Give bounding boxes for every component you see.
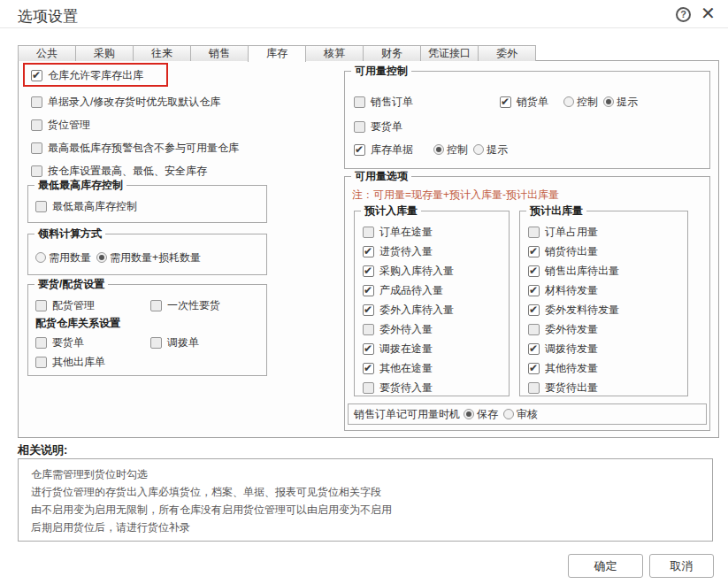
option-row[interactable]: 委外入库待入量 [363,300,509,319]
option-row[interactable]: 订单在途量 [363,222,509,242]
radio-control[interactable] [563,96,574,107]
checkbox[interactable] [35,201,47,212]
option-minmax-control[interactable]: 最低最高库存控制 [35,198,137,214]
group-delivery-settings: 要货/配货设置 配货管理 一次性要货 配货仓库关系设置 要货单 调拨单 [27,284,267,376]
tab-current[interactable]: 往来 [133,45,191,61]
option-sales-invoice[interactable]: 销货单 [500,94,548,110]
option-onetime-demand[interactable]: 一次性要货 [150,297,220,313]
option-default-warehouse[interactable]: 单据录入/修改存货时优先取默认仓库 [31,94,220,110]
tab-finance[interactable]: 财务 [363,45,421,61]
checkbox[interactable] [528,246,540,257]
checkbox[interactable] [528,285,540,296]
radio-prompt[interactable] [603,96,614,107]
option-per-warehouse-levels[interactable]: 按仓库设置最高、最低、安全库存 [31,163,207,179]
option-row[interactable]: 订单占用量 [528,222,687,242]
checkbox[interactable] [150,337,162,349]
option-row[interactable]: 委外待入量 [363,319,509,339]
page-title: 选项设置 [18,6,78,27]
cancel-button[interactable]: 取消 [649,554,714,578]
checkbox[interactable] [528,363,540,374]
tab-inventory[interactable]: 库存 [248,45,306,62]
checkbox[interactable] [354,121,365,133]
checkbox[interactable] [528,304,540,316]
option-row[interactable]: 要货待出量 [528,378,687,397]
checkbox[interactable] [528,324,540,335]
radio-prompt[interactable] [473,144,484,155]
checkbox[interactable] [363,265,374,277]
tab-accounting[interactable]: 核算 [305,45,364,61]
help-icon[interactable]: ? [676,7,691,22]
checkbox[interactable] [363,246,374,257]
checkbox-label: 产成品待入量 [379,283,443,298]
checkbox[interactable] [31,119,42,131]
checkbox[interactable] [528,227,540,238]
related-notes-box: 仓库需管理到货位时勾选 进行货位管理的存货出入库必填货位，档案、单据、报表可见货… [18,458,713,542]
option-sales-order[interactable]: 销售订单 [354,94,413,110]
checkbox[interactable] [528,265,540,277]
checkbox-label: 要货待入量 [379,380,433,396]
option-row[interactable]: 材料待发量 [528,280,687,300]
tab-purchase[interactable]: 采购 [75,45,134,61]
option-row[interactable]: 委外待发量 [528,319,687,339]
checkbox-label: 要货单 [52,335,84,350]
option-zero-stock-out[interactable]: 仓库允许零库存出库 [31,67,143,83]
option-row[interactable]: 调拨在途量 [363,339,509,358]
checkbox[interactable] [354,144,365,156]
checkbox[interactable] [500,96,511,108]
tab-outsourcing[interactable]: 委外 [478,45,536,61]
radio-control[interactable] [433,144,444,155]
checkbox[interactable] [363,304,374,316]
checkbox[interactable] [363,343,374,355]
close-icon[interactable]: ✕ [701,3,716,24]
option-row[interactable]: 销货待出量 [528,242,687,261]
option-row[interactable]: 进货待入量 [363,242,509,261]
option-demand-order-ctl[interactable]: 要货单 [354,119,402,134]
option-row[interactable]: 采购入库待入量 [363,261,509,280]
checkbox[interactable] [363,382,374,394]
option-row[interactable]: 其他待发量 [528,358,687,378]
checkbox[interactable] [31,96,42,108]
option-row[interactable]: 调拨待发量 [528,339,687,358]
tab-sales[interactable]: 销售 [190,45,249,61]
group-legend: 领料计算方式 [34,227,105,241]
radio-label: 控制 [577,95,598,110]
option-row[interactable]: 产成品待入量 [363,280,509,300]
option-minmax-warning[interactable]: 最高最低库存预警包含不参与可用量仓库 [31,140,239,156]
option-transfer-order[interactable]: 调拨单 [150,334,199,350]
checkbox[interactable] [31,70,42,81]
option-other-outbound[interactable]: 其他出库单 [35,354,105,370]
checkbox[interactable] [354,96,365,108]
option-demand-order[interactable]: 要货单 [35,334,84,350]
option-inventory-doc[interactable]: 库存单据 [354,142,413,158]
checkbox[interactable] [363,324,374,335]
option-distribution-mgmt[interactable]: 配货管理 [35,297,95,313]
option-bin-management[interactable]: 货位管理 [31,117,90,133]
option-row[interactable]: 销售出库待出量 [528,261,687,280]
radio-required-qty[interactable] [35,252,46,263]
checkbox-label: 其他待发量 [545,361,598,376]
tab-voucher-interface[interactable]: 凭证接口 [420,45,479,61]
checkbox[interactable] [363,227,374,238]
checkbox[interactable] [363,285,374,296]
checkbox[interactable] [150,300,162,311]
checkbox-label: 采购入库待入量 [379,264,454,279]
checkbox[interactable] [528,343,540,355]
checkbox[interactable] [31,142,42,154]
checkbox-label: 单据录入/修改存货时优先取默认仓库 [48,95,220,110]
checkbox[interactable] [35,337,47,349]
checkbox[interactable] [363,363,374,374]
radio-save[interactable] [464,409,474,419]
checkbox-label: 调拨在途量 [379,342,433,357]
checkbox[interactable] [528,382,540,394]
ok-button[interactable]: 确定 [568,554,643,578]
checkbox[interactable] [35,300,47,311]
radio-label: 审核 [517,407,538,422]
option-row[interactable]: 其他在途量 [363,358,509,378]
checkbox[interactable] [35,357,47,368]
option-row[interactable]: 要货待入量 [363,378,509,397]
option-row[interactable]: 委外发料待发量 [528,300,687,319]
checkbox[interactable] [31,165,42,177]
tab-public[interactable]: 公共 [18,45,76,61]
radio-required-plus-loss[interactable] [96,252,107,263]
radio-audit[interactable] [503,409,514,419]
